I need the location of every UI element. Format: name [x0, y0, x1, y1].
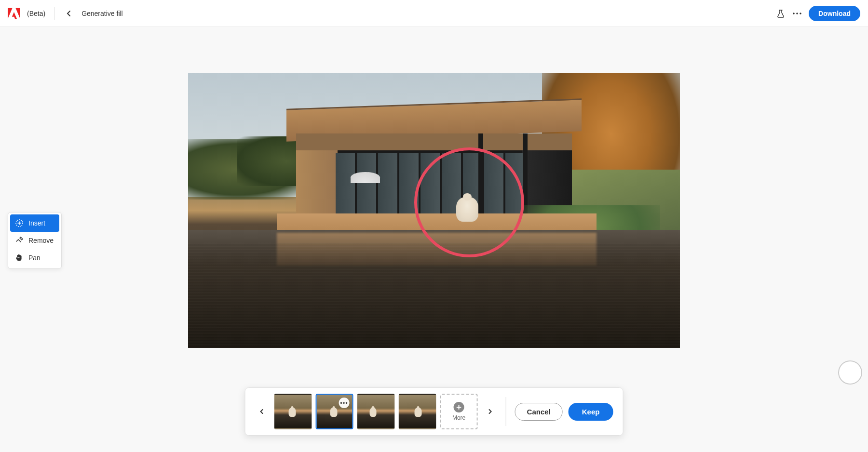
tool-remove[interactable]: Remove: [10, 232, 59, 249]
more-options-button[interactable]: [791, 8, 803, 19]
tool-panel: Insert Remove Pan: [8, 212, 62, 269]
svg-point-2: [800, 13, 801, 14]
svg-point-1: [796, 13, 798, 14]
pan-icon: [15, 253, 24, 262]
variation-thumb[interactable]: •••: [316, 394, 353, 429]
insert-icon: [15, 219, 24, 227]
variation-thumb[interactable]: [357, 394, 395, 429]
next-variation-button[interactable]: [484, 405, 497, 418]
remove-icon: [15, 236, 24, 245]
beaker-icon[interactable]: [776, 9, 786, 18]
header-right: Download: [776, 6, 860, 21]
action-buttons: Cancel Keep: [515, 403, 613, 421]
keep-button[interactable]: Keep: [569, 403, 613, 421]
divider: [54, 7, 54, 20]
download-button[interactable]: Download: [809, 6, 860, 21]
floating-help-button[interactable]: [838, 360, 862, 385]
plus-icon: [454, 402, 464, 412]
svg-point-0: [793, 13, 795, 14]
thumb-options-icon[interactable]: •••: [339, 398, 350, 408]
divider: [506, 397, 506, 426]
generate-more-button[interactable]: More: [440, 394, 478, 429]
more-horizontal-icon: [793, 13, 801, 14]
variations-panel: ••• More Cancel Keep: [245, 387, 624, 436]
cancel-button[interactable]: Cancel: [515, 403, 563, 421]
variation-thumb[interactable]: [274, 394, 312, 429]
beta-label: (Beta): [27, 10, 45, 17]
chevron-left-icon: [66, 10, 72, 17]
app-header: (Beta) Generative fill Download: [0, 0, 868, 27]
tool-label: Pan: [28, 254, 41, 262]
back-button[interactable]: [63, 8, 75, 19]
tool-insert[interactable]: Insert: [10, 214, 59, 232]
prev-variation-button[interactable]: [255, 405, 269, 418]
canvas-area[interactable]: [188, 73, 680, 348]
tool-pan[interactable]: Pan: [10, 249, 59, 266]
main-image: [188, 73, 680, 348]
more-label: More: [452, 414, 465, 421]
tool-label: Remove: [28, 237, 54, 244]
page-title: Generative fill: [81, 10, 123, 17]
tool-label: Insert: [28, 219, 45, 227]
variation-thumb[interactable]: [399, 394, 436, 429]
chevron-left-icon: [259, 409, 265, 414]
header-left: (Beta) Generative fill: [8, 7, 123, 20]
chevron-right-icon: [488, 409, 493, 414]
adobe-logo-icon: [8, 8, 20, 19]
variation-thumbnails: ••• More: [274, 394, 478, 429]
